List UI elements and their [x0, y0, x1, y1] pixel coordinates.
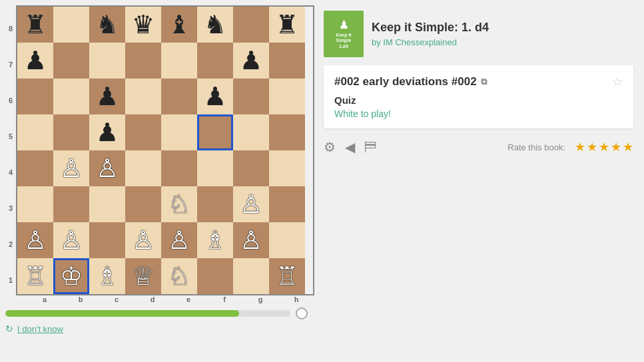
square-h2[interactable]	[269, 222, 305, 258]
square-d5[interactable]	[125, 114, 161, 150]
progress-circle	[296, 307, 308, 319]
square-f4[interactable]	[197, 150, 233, 186]
square-g8[interactable]	[233, 7, 269, 43]
white-piece-a1: ♖	[24, 264, 47, 289]
book-author: by IM Chessexplained	[372, 37, 489, 47]
square-h3[interactable]	[269, 186, 305, 222]
file-h: h	[278, 295, 314, 303]
square-b5[interactable]	[53, 114, 89, 150]
square-e7[interactable]	[161, 43, 197, 79]
square-d3[interactable]	[125, 186, 161, 222]
square-f6[interactable]: ♟	[197, 79, 233, 114]
square-e3[interactable]: ♘	[161, 186, 197, 222]
file-f: f	[206, 295, 242, 303]
square-g7[interactable]: ♟	[233, 43, 269, 79]
file-c: c	[99, 295, 135, 303]
square-b4[interactable]: ♙	[53, 150, 89, 186]
quiz-subtitle: White to play!	[334, 108, 623, 119]
square-a3[interactable]	[17, 186, 53, 222]
square-g6[interactable]	[233, 79, 269, 114]
square-g4[interactable]	[233, 150, 269, 186]
square-g2[interactable]: ♙	[233, 222, 269, 258]
square-a1[interactable]: ♖	[17, 258, 53, 294]
star-4[interactable]: ★	[611, 140, 621, 154]
star-rating[interactable]: ★ ★ ★ ★ ★	[575, 140, 633, 154]
square-f1[interactable]	[197, 258, 233, 294]
square-e2[interactable]: ♙	[161, 222, 197, 258]
square-c8[interactable]: ♞	[89, 7, 125, 43]
square-g1[interactable]	[233, 258, 269, 294]
square-b1[interactable]: ♔	[53, 258, 89, 294]
dont-know-row[interactable]: ↻ I don't know	[5, 323, 308, 334]
square-b7[interactable]	[53, 43, 89, 79]
square-e4[interactable]	[161, 150, 197, 186]
square-f3[interactable]	[197, 186, 233, 222]
square-d7[interactable]	[125, 43, 161, 79]
square-h6[interactable]	[269, 79, 305, 114]
square-a2[interactable]: ♙	[17, 222, 53, 258]
square-b8[interactable]	[53, 7, 89, 43]
square-c7[interactable]	[89, 43, 125, 79]
square-h5[interactable]	[269, 114, 305, 150]
progress-bar-fill	[5, 310, 239, 317]
external-link-icon[interactable]: ⧉	[481, 77, 487, 87]
square-b3[interactable]	[53, 186, 89, 222]
square-b6[interactable]	[53, 79, 89, 114]
square-g5[interactable]	[233, 114, 269, 150]
square-e8[interactable]: ♝	[161, 7, 197, 43]
square-b2[interactable]: ♙	[53, 222, 89, 258]
white-piece-e2: ♙	[168, 228, 190, 253]
gear-icon[interactable]: ⚙	[324, 139, 336, 155]
star-1[interactable]: ★	[575, 140, 585, 154]
back-icon[interactable]: ◀	[345, 139, 355, 155]
square-e5[interactable]	[161, 114, 197, 150]
square-a6[interactable]	[17, 79, 53, 114]
square-a7[interactable]: ♟	[17, 43, 53, 79]
square-c1[interactable]: ♗	[89, 258, 125, 294]
star-2[interactable]: ★	[587, 140, 597, 154]
square-a4[interactable]	[17, 150, 53, 186]
square-d2[interactable]: ♙	[125, 222, 161, 258]
board-icon[interactable]: ⛿	[364, 140, 378, 155]
square-d8[interactable]: ♛	[125, 7, 161, 43]
square-c4[interactable]: ♙	[89, 150, 125, 186]
square-e1[interactable]: ♘	[161, 258, 197, 294]
file-e: e	[170, 295, 206, 303]
square-f2[interactable]: ♗	[197, 222, 233, 258]
file-labels: a b c d e f g h	[27, 295, 314, 303]
white-piece-g3: ♙	[240, 192, 262, 217]
black-piece-e8: ♝	[168, 12, 190, 37]
rank-5: 5	[5, 118, 16, 154]
bookmark-star-icon[interactable]: ☆	[612, 75, 623, 89]
star-3[interactable]: ★	[599, 140, 609, 154]
square-c3[interactable]	[89, 186, 125, 222]
square-h7[interactable]	[269, 43, 305, 79]
square-h8[interactable]: ♜	[269, 7, 305, 43]
dont-know-button[interactable]: I don't know	[17, 324, 63, 334]
square-g3[interactable]: ♙	[233, 186, 269, 222]
chess-board[interactable]: ♜♞♛♝♞♜♟♟♟♟♟♙♙♘♙♙♙♙♙♗♙♖♔♗♕♘♖	[16, 5, 314, 295]
black-piece-c6: ♟	[96, 84, 119, 109]
square-d4[interactable]	[125, 150, 161, 186]
author-name[interactable]: Chessexplained	[395, 37, 457, 47]
star-5[interactable]: ★	[623, 140, 633, 154]
square-f8[interactable]: ♞	[197, 7, 233, 43]
square-c2[interactable]	[89, 222, 125, 258]
white-piece-h1: ♖	[276, 264, 298, 289]
square-h4[interactable]	[269, 150, 305, 186]
square-a5[interactable]	[17, 114, 53, 150]
square-f5[interactable]	[197, 114, 233, 150]
square-d1[interactable]: ♕	[125, 258, 161, 294]
square-d6[interactable]	[125, 79, 161, 114]
square-c6[interactable]: ♟	[89, 79, 125, 114]
square-h1[interactable]: ♖	[269, 258, 305, 294]
square-a8[interactable]: ♜	[17, 7, 53, 43]
quiz-title-link[interactable]: #002 early deviations #002 ⧉	[334, 75, 487, 89]
rank-4: 4	[5, 154, 16, 190]
square-f7[interactable]	[197, 43, 233, 79]
white-piece-c4: ♙	[96, 156, 119, 181]
square-e6[interactable]	[161, 79, 197, 114]
rank-labels: 8 7 6 5 4 3 2 1	[5, 5, 16, 303]
square-c5[interactable]: ♟	[89, 114, 125, 150]
white-piece-c1: ♗	[96, 264, 119, 289]
